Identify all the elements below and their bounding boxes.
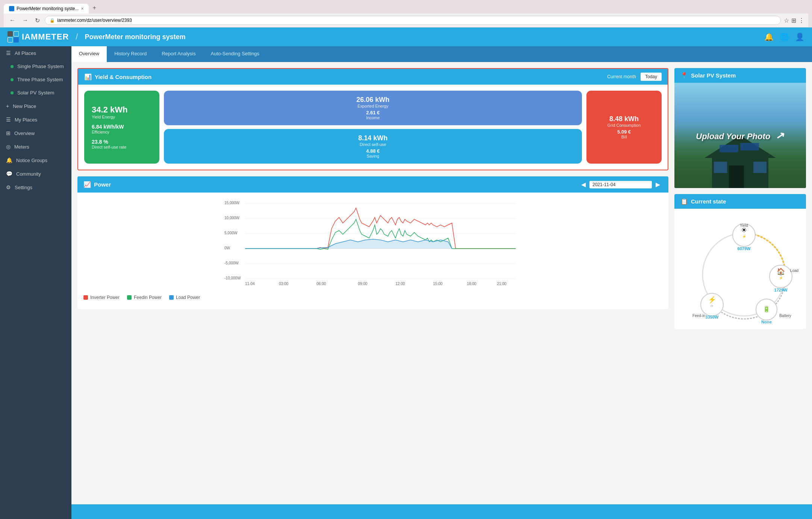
grid-label: Grid Consumption bbox=[594, 123, 654, 127]
efficiency-label: Efficiency bbox=[92, 130, 152, 134]
efficiency-value: 6.84 kWh/kW bbox=[92, 124, 152, 130]
period-today-button[interactable]: Today bbox=[641, 73, 662, 81]
header-icons: 🔔 🌐 👤 bbox=[764, 32, 804, 41]
tab-title: PowerMeter monitoring syste... bbox=[17, 6, 79, 11]
svg-text:15:00: 15:00 bbox=[433, 282, 442, 286]
grid-value: 8.48 kWh bbox=[594, 115, 654, 123]
sidebar-item-solar-pv[interactable]: Solar PV System bbox=[0, 86, 71, 99]
tab-report[interactable]: Report Analysis bbox=[154, 46, 203, 62]
svg-text:🔋: 🔋 bbox=[763, 305, 770, 313]
settings-icon: ⚙ bbox=[6, 184, 11, 190]
svg-text:None: None bbox=[761, 320, 772, 324]
app-body: ☰ All Places Single Phase System Three P… bbox=[0, 46, 812, 519]
sidebar-solar-pv-label: Solar PV System bbox=[17, 90, 54, 96]
sidebar-overview[interactable]: ⊞ Overview bbox=[0, 126, 71, 140]
state-icon: 📋 bbox=[680, 198, 688, 205]
sidebar-settings-label: Settings bbox=[15, 185, 32, 190]
current-state-card: 📋 Current state bbox=[674, 194, 806, 329]
date-input[interactable] bbox=[589, 181, 652, 188]
header-divider: / bbox=[76, 32, 78, 42]
sidebar-my-places-label: My Places bbox=[15, 117, 37, 123]
refresh-button[interactable]: ↻ bbox=[33, 16, 42, 25]
direct-use-label: Direct self-use bbox=[171, 142, 574, 147]
menu-icon[interactable]: ⋮ bbox=[798, 17, 804, 24]
app-header: IAMMETER / PowerMeter monitoring system … bbox=[0, 27, 812, 46]
solar-card-title: Solar PV System bbox=[691, 72, 736, 79]
svg-text:⟳: ⟳ bbox=[710, 304, 714, 308]
svg-rect-25 bbox=[753, 162, 767, 173]
svg-text:Feed-in: Feed-in bbox=[692, 314, 705, 318]
tab-autosend[interactable]: Auto-Sending Settings bbox=[203, 46, 267, 62]
yield-energy-block: 34.2 kWh Yield Energy 6.84 kWh/kW Effici… bbox=[84, 91, 159, 164]
app: IAMMETER / PowerMeter monitoring system … bbox=[0, 27, 812, 519]
inverter-color bbox=[83, 295, 88, 300]
back-button[interactable]: ← bbox=[8, 16, 17, 24]
tab-close-button[interactable]: × bbox=[81, 6, 83, 11]
chart-area: 15,000W 10,000W 5,000W 0W -5,000W -10,00… bbox=[77, 193, 668, 309]
chart-container: 15,000W 10,000W 5,000W 0W -5,000W -10,00… bbox=[83, 199, 662, 289]
location-icon: 📍 bbox=[680, 72, 688, 79]
sidebar-item-single-phase[interactable]: Single Phase System bbox=[0, 60, 71, 73]
yield-energy-label: Yield Energy bbox=[92, 115, 152, 119]
lock-icon: 🔒 bbox=[50, 18, 55, 23]
add-icon: + bbox=[6, 103, 9, 109]
tab-overview[interactable]: Overview bbox=[71, 46, 107, 62]
sidebar-settings[interactable]: ⚙ Settings bbox=[0, 181, 71, 194]
exported-value: 26.06 kWh bbox=[171, 96, 574, 104]
browser-tab-active[interactable]: PowerMeter monitoring syste... × bbox=[4, 4, 89, 14]
forward-button[interactable]: → bbox=[20, 16, 30, 24]
legend-feedin: Feedin Power bbox=[127, 295, 162, 300]
prev-date-button[interactable]: ◀ bbox=[579, 180, 588, 189]
url-text: iammeter.com/dz/user/overview/2393 bbox=[57, 18, 132, 23]
svg-text:03:00: 03:00 bbox=[279, 282, 288, 286]
sidebar: ☰ All Places Single Phase System Three P… bbox=[0, 46, 71, 519]
three-phase-dot bbox=[11, 78, 14, 81]
power-icon: 📈 bbox=[83, 181, 91, 188]
svg-text:0W: 0W bbox=[224, 246, 230, 250]
logo-sq-4 bbox=[14, 37, 19, 42]
legend-load-label: Load Power bbox=[176, 295, 200, 300]
period-month-button[interactable]: Current month bbox=[603, 73, 641, 81]
date-navigation: ◀ ▶ bbox=[579, 180, 662, 189]
sidebar-new-place[interactable]: + New Place bbox=[0, 99, 71, 113]
sidebar-notice-groups[interactable]: 🔔 Notice Groups bbox=[0, 153, 71, 167]
sidebar-overview-label: Overview bbox=[14, 131, 35, 136]
power-chart-card: 📈 Power ◀ ▶ bbox=[77, 176, 668, 309]
notification-icon[interactable]: 🔔 bbox=[764, 32, 774, 41]
list-icon: ☰ bbox=[6, 117, 11, 123]
globe-icon[interactable]: 🌐 bbox=[780, 32, 789, 41]
svg-text:Battery: Battery bbox=[779, 314, 791, 318]
sidebar-all-places[interactable]: ☰ All Places bbox=[0, 46, 71, 60]
tab-history[interactable]: History Record bbox=[107, 46, 154, 62]
extensions-icon[interactable]: ⊞ bbox=[791, 17, 796, 24]
svg-text:Load: Load bbox=[790, 269, 798, 273]
notice-icon: 🔔 bbox=[6, 157, 12, 163]
svg-text:⚡: ⚡ bbox=[708, 296, 717, 304]
self-use-value: 23.8 % bbox=[92, 139, 152, 145]
state-card-header: 📋 Current state bbox=[674, 194, 806, 209]
svg-text:🏠: 🏠 bbox=[777, 267, 785, 276]
bookmark-icon[interactable]: ☆ bbox=[784, 17, 789, 24]
saving-value: 4.88 € bbox=[171, 148, 574, 154]
sidebar-community[interactable]: 💬 Community bbox=[0, 167, 71, 181]
sidebar-all-places-label: All Places bbox=[15, 50, 36, 56]
svg-text:1729W: 1729W bbox=[774, 288, 788, 292]
new-tab-button[interactable]: + bbox=[89, 2, 100, 14]
svg-text:3350W: 3350W bbox=[706, 315, 719, 319]
sidebar-item-three-phase[interactable]: Three Phase System bbox=[0, 73, 71, 86]
next-date-button[interactable]: ▶ bbox=[653, 180, 662, 189]
sidebar-meters[interactable]: ◎ Meters bbox=[0, 140, 71, 153]
user-icon[interactable]: 👤 bbox=[795, 32, 804, 41]
svg-text:09:00: 09:00 bbox=[358, 282, 367, 286]
svg-text:06:00: 06:00 bbox=[317, 282, 326, 286]
power-chart-svg: 15,000W 10,000W 5,000W 0W -5,000W -10,00… bbox=[83, 199, 662, 289]
address-bar[interactable]: 🔒 iammeter.com/dz/user/overview/2393 bbox=[45, 16, 781, 25]
logo-icon bbox=[8, 31, 19, 42]
header-title: PowerMeter monitoring system bbox=[85, 33, 185, 41]
svg-text:18:00: 18:00 bbox=[467, 282, 476, 286]
sidebar-my-places[interactable]: ☰ My Places bbox=[0, 113, 71, 126]
meter-icon: ◎ bbox=[6, 144, 11, 150]
power-title: Power bbox=[94, 181, 111, 188]
income-label: Income bbox=[171, 115, 574, 120]
menu-icon: ☰ bbox=[6, 50, 11, 56]
